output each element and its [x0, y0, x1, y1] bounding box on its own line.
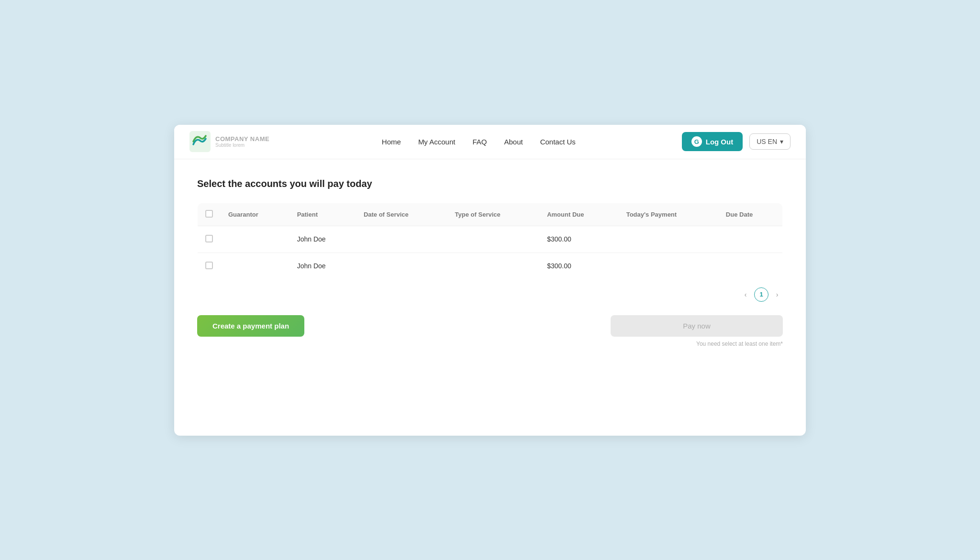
pay-now-hint: You need select at least one item* — [696, 340, 783, 347]
pay-now-button[interactable]: Pay now — [611, 315, 783, 337]
create-payment-plan-button[interactable]: Create a payment plan — [197, 315, 304, 337]
col-patient: Patient — [290, 203, 356, 226]
logout-label: Log Out — [706, 138, 733, 146]
pagination: ‹ 1 › — [197, 287, 783, 302]
row1-date-of-service — [356, 226, 447, 253]
pagination-prev[interactable]: ‹ — [740, 289, 751, 300]
nav-contact-us[interactable]: Contact Us — [540, 138, 576, 146]
logo-area: COMPANY NAME Subtitle lorem — [189, 131, 276, 152]
logo-text: COMPANY NAME Subtitle lorem — [215, 135, 269, 148]
col-amount-due: Amount Due — [539, 203, 619, 226]
accounts-table: Guarantor Patient Date of Service Type o… — [197, 203, 783, 280]
main-content: Select the accounts you will pay today G… — [174, 159, 806, 370]
row1-checkbox-cell — [198, 226, 221, 253]
pay-now-area: Pay now You need select at least one ite… — [611, 315, 783, 347]
header-checkbox-cell — [198, 203, 221, 226]
row1-todays-payment — [619, 226, 718, 253]
actions-row: Create a payment plan Pay now You need s… — [197, 315, 783, 347]
table-row: John Doe $300.00 — [198, 226, 783, 253]
row1-amount-due: $300.00 — [539, 226, 619, 253]
row2-guarantor — [221, 253, 290, 279]
row2-todays-payment — [619, 253, 718, 279]
row2-amount-due: $300.00 — [539, 253, 619, 279]
col-type-of-service: Type of Service — [447, 203, 540, 226]
pagination-next[interactable]: › — [771, 289, 783, 300]
page-title: Select the accounts you will pay today — [197, 178, 783, 189]
nav-home[interactable]: Home — [382, 138, 401, 146]
row2-type-of-service — [447, 253, 540, 279]
header-right: G Log Out US EN ▾ — [682, 132, 791, 151]
row1-due-date — [718, 226, 783, 253]
row2-date-of-service — [356, 253, 447, 279]
col-guarantor: Guarantor — [221, 203, 290, 226]
lang-label: US EN — [757, 138, 777, 145]
main-nav: Home My Account FAQ About Contact Us — [276, 138, 682, 146]
nav-about[interactable]: About — [504, 138, 523, 146]
row2-patient: John Doe — [290, 253, 356, 279]
nav-my-account[interactable]: My Account — [418, 138, 456, 146]
chevron-down-icon: ▾ — [780, 138, 783, 145]
logo-sub: Subtitle lorem — [215, 143, 269, 148]
nav-faq[interactable]: FAQ — [472, 138, 487, 146]
col-due-date: Due Date — [718, 203, 783, 226]
language-selector[interactable]: US EN ▾ — [749, 133, 791, 150]
select-all-checkbox[interactable] — [205, 210, 213, 218]
row1-checkbox[interactable] — [205, 235, 213, 242]
row2-checkbox[interactable] — [205, 262, 213, 269]
row1-guarantor — [221, 226, 290, 253]
row1-patient: John Doe — [290, 226, 356, 253]
pagination-page-1[interactable]: 1 — [754, 287, 768, 302]
logo-name: COMPANY NAME — [215, 135, 269, 143]
col-todays-payment: Today's Payment — [619, 203, 718, 226]
row2-checkbox-cell — [198, 253, 221, 279]
table-row: John Doe $300.00 — [198, 253, 783, 279]
table-header-row: Guarantor Patient Date of Service Type o… — [198, 203, 783, 226]
row2-due-date — [718, 253, 783, 279]
col-date-of-service: Date of Service — [356, 203, 447, 226]
logout-button[interactable]: G Log Out — [682, 132, 743, 151]
logo-icon — [189, 131, 211, 152]
app-window: COMPANY NAME Subtitle lorem Home My Acco… — [174, 125, 806, 436]
google-icon: G — [691, 136, 702, 147]
row1-type-of-service — [447, 226, 540, 253]
header: COMPANY NAME Subtitle lorem Home My Acco… — [174, 125, 806, 159]
